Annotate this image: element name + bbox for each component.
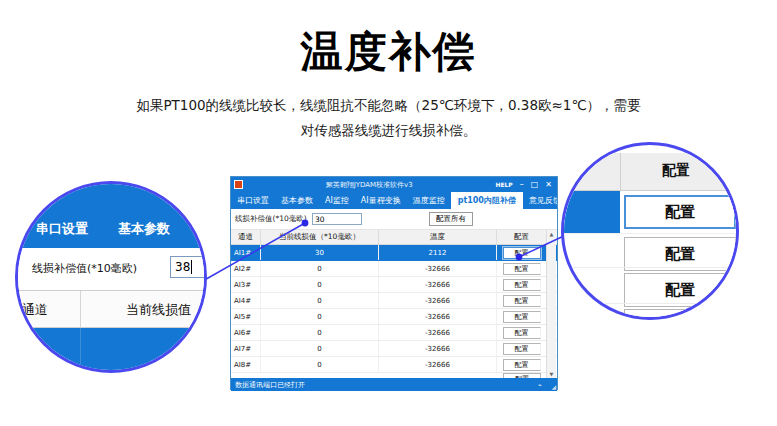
minimize-button[interactable]: – <box>520 181 524 189</box>
row-divider <box>564 267 736 268</box>
text-caret <box>191 260 192 274</box>
window-titlebar: 聚英翱翔JYDAM校准软件v3 HELP – □ ✕ <box>231 177 557 192</box>
table-row[interactable]: AI8# 0 -32666 配置 <box>231 357 557 373</box>
table-row[interactable]: AI6# 0 -32666 配置 <box>231 325 557 341</box>
config-button[interactable]: 配置 <box>503 343 541 355</box>
row-divider <box>564 303 736 304</box>
line-loss-cell: 30 <box>261 245 379 260</box>
channel-cell: AI4# <box>231 293 261 308</box>
magnified-config-button: 配置 <box>624 237 736 271</box>
channel-cell: AI2# <box>231 261 261 276</box>
left-magnifier-callout: 串口设置 基本参数 线损补偿值(*10毫欧) 38 通道 当前线损值 <box>15 181 207 373</box>
line-loss-cell: 0 <box>261 341 379 356</box>
magnified-config-header: 配置 <box>564 153 736 191</box>
tab-feedback[interactable]: 意见反馈 <box>523 192 557 209</box>
magnified-selected-cell <box>564 191 620 233</box>
page-subtitle: 如果PT100的线缆比较长，线缆阻抗不能忽略（25℃环境下，0.38欧≈1℃），… <box>0 93 777 143</box>
tab-basic-params[interactable]: 基本参数 <box>275 192 319 209</box>
line-loss-cell: 0 <box>261 309 379 324</box>
table-row[interactable]: AI1# 30 2112 配置 <box>231 245 557 261</box>
header-line-loss: 当前线损值（*10毫欧） <box>261 230 379 244</box>
column-divider <box>620 153 621 190</box>
config-all-button[interactable]: 配置所有 <box>429 212 473 226</box>
line-loss-cell: 0 <box>261 293 379 308</box>
config-button[interactable]: 配置 <box>503 359 541 371</box>
temperature-cell: -32666 <box>379 357 497 372</box>
help-button[interactable]: HELP <box>495 181 512 188</box>
tab-ai-range-convert[interactable]: AI量程变换 <box>355 192 407 209</box>
tab-pt100-compensation[interactable]: pt100内阻补偿 <box>451 192 523 209</box>
table-scrollbar[interactable]: ▲ ▼ <box>546 230 556 378</box>
line-loss-cell: 0 <box>261 325 379 340</box>
magnified-config-button: 配置 <box>624 195 736 229</box>
config-button[interactable]: 配置 <box>503 279 541 291</box>
resize-grip-icon[interactable]: ◢ <box>551 384 556 390</box>
page: 温度补偿 如果PT100的线缆比较长，线缆阻抗不能忽略（25℃环境下，0.38欧… <box>0 0 777 426</box>
magnified-tab-serial-settings: 串口设置 <box>36 220 88 238</box>
temperature-cell: 2112 <box>379 245 497 260</box>
temperature-cell: -32666 <box>379 277 497 292</box>
line-loss-input-label: 线损补偿值(*10毫欧) <box>235 214 307 224</box>
status-bar: 数据通讯端口已经打开 ⌁ ◢ <box>231 378 557 391</box>
magnified-header-channel: 通道 <box>22 301 48 319</box>
subtitle-line-1: 如果PT100的线缆比较长，线缆阻抗不能忽略（25℃环境下，0.38欧≈1℃），… <box>0 93 777 118</box>
line-loss-cell: 0 <box>261 261 379 276</box>
line-loss-input[interactable] <box>312 213 362 225</box>
temperature-cell: -32666 <box>379 293 497 308</box>
header-temperature: 温度 <box>379 230 497 244</box>
magnified-tab-bar: 串口设置 基本参数 <box>18 184 204 248</box>
table-header-row: 通道 当前线损值（*10毫欧） 温度 配置 <box>231 230 557 245</box>
column-divider <box>80 328 81 373</box>
subtitle-line-2: 对传感器线缆进行线损补偿。 <box>0 118 777 143</box>
magnified-table-header: 通道 当前线损值 <box>18 290 204 328</box>
header-config: 配置 <box>497 230 547 244</box>
magnified-selected-row: 配置 <box>564 191 736 234</box>
line-loss-cell: 0 <box>261 277 379 292</box>
window-title: 聚英翱翔JYDAM校准软件v3 <box>243 180 495 190</box>
channel-cell: AI3# <box>231 277 261 292</box>
channel-cell: AI7# <box>231 341 261 356</box>
scroll-up-icon[interactable]: ▲ <box>547 231 556 237</box>
magnified-config-button: 配置 <box>624 309 736 320</box>
tab-serial-settings[interactable]: 串口设置 <box>231 192 275 209</box>
table-row[interactable]: AI3# 0 -32666 配置 <box>231 277 557 293</box>
table-row[interactable]: AI2# 0 -32666 配置 <box>231 261 557 277</box>
magnified-line-loss-label: 线损补偿值(*10毫欧) <box>32 261 137 276</box>
magnified-line-loss-input: 38 <box>170 256 207 278</box>
column-divider <box>80 291 81 327</box>
compensation-toolbar: 线损补偿值(*10毫欧) 配置所有 <box>231 209 557 230</box>
temperature-cell: -32666 <box>379 325 497 340</box>
maximize-button[interactable]: □ <box>531 181 539 189</box>
right-magnifier-callout: 配置 配置 配置 配置 配置 <box>561 142 739 320</box>
temperature-cell: -32666 <box>379 341 497 356</box>
scroll-down-icon[interactable]: ▼ <box>547 371 556 377</box>
table-row[interactable]: AI4# 0 -32666 配置 <box>231 293 557 309</box>
magnified-config-button: 配置 <box>624 273 736 307</box>
config-button[interactable]: 配置 <box>503 247 541 259</box>
table-row[interactable]: AI7# 0 -32666 配置 <box>231 341 557 357</box>
channel-cell: AI8# <box>231 357 261 372</box>
magnified-input-value: 38 <box>175 260 190 274</box>
config-button[interactable]: 配置 <box>503 327 541 339</box>
magnified-header-line-loss: 当前线损值 <box>126 301 191 319</box>
magnified-config-header-label: 配置 <box>626 162 726 180</box>
tab-ai-monitor[interactable]: AI监控 <box>319 192 355 209</box>
tab-temperature-monitor[interactable]: 温度监控 <box>407 192 451 209</box>
config-button[interactable]: 配置 <box>503 295 541 307</box>
page-title: 温度补偿 <box>0 24 777 80</box>
line-loss-cell: 0 <box>261 357 379 372</box>
channel-cell: AI6# <box>231 325 261 340</box>
channel-cell: AI1# <box>231 245 261 260</box>
close-button[interactable]: ✕ <box>545 181 552 189</box>
tab-bar: 串口设置 基本参数 AI监控 AI量程变换 温度监控 pt100内阻补偿 意见反… <box>231 192 557 209</box>
temperature-cell: -32666 <box>379 309 497 324</box>
magnified-selected-row <box>18 328 204 373</box>
header-channel: 通道 <box>231 230 261 244</box>
status-text: 数据通讯端口已经打开 <box>235 380 305 390</box>
config-button[interactable]: 配置 <box>503 263 541 275</box>
status-connection-icon: ⌁ <box>538 381 545 388</box>
app-window: 聚英翱翔JYDAM校准软件v3 HELP – □ ✕ 串口设置 基本参数 AI监… <box>230 176 558 390</box>
config-button[interactable]: 配置 <box>503 311 541 323</box>
table-row[interactable]: AI5# 0 -32666 配置 <box>231 309 557 325</box>
magnified-tab-basic-params: 基本参数 <box>118 220 170 238</box>
